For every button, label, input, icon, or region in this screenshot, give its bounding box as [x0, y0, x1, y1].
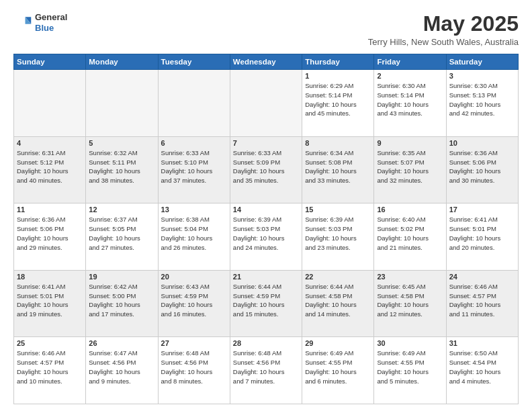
day-info: Sunrise: 6:40 AM Sunset: 5:02 PM Dayligh… — [377, 215, 443, 252]
day-info: Sunrise: 6:39 AM Sunset: 5:03 PM Dayligh… — [305, 215, 371, 252]
calendar-cell: 31Sunrise: 6:50 AM Sunset: 4:54 PM Dayli… — [446, 337, 518, 404]
calendar-week-4: 18Sunrise: 6:41 AM Sunset: 5:01 PM Dayli… — [14, 270, 519, 337]
calendar-cell: 7Sunrise: 6:33 AM Sunset: 5:09 PM Daylig… — [230, 136, 302, 203]
day-number: 10 — [449, 139, 515, 147]
day-info: Sunrise: 6:31 AM Sunset: 5:12 PM Dayligh… — [17, 148, 83, 185]
subtitle: Terry Hills, New South Wales, Australia — [368, 37, 519, 47]
day-number: 9 — [377, 139, 443, 147]
calendar-cell: 11Sunrise: 6:36 AM Sunset: 5:06 PM Dayli… — [14, 203, 86, 271]
day-number: 7 — [233, 139, 299, 147]
calendar-cell: 14Sunrise: 6:39 AM Sunset: 5:03 PM Dayli… — [230, 203, 302, 271]
day-info: Sunrise: 6:46 AM Sunset: 4:57 PM Dayligh… — [449, 282, 515, 319]
day-info: Sunrise: 6:33 AM Sunset: 5:10 PM Dayligh… — [161, 148, 227, 185]
calendar-table: SundayMondayTuesdayWednesdayThursdayFrid… — [13, 54, 519, 404]
day-info: Sunrise: 6:29 AM Sunset: 5:14 PM Dayligh… — [305, 81, 371, 118]
day-info: Sunrise: 6:48 AM Sunset: 4:56 PM Dayligh… — [233, 349, 299, 385]
title-block: May 2025 Terry Hills, New South Wales, A… — [368, 12, 519, 47]
calendar-cell: 24Sunrise: 6:46 AM Sunset: 4:57 PM Dayli… — [446, 270, 518, 337]
calendar-cell: 17Sunrise: 6:41 AM Sunset: 5:01 PM Dayli… — [446, 203, 518, 271]
calendar-cell: 29Sunrise: 6:49 AM Sunset: 4:55 PM Dayli… — [302, 337, 374, 404]
day-number: 19 — [89, 273, 154, 281]
day-info: Sunrise: 6:41 AM Sunset: 5:01 PM Dayligh… — [449, 215, 515, 252]
day-info: Sunrise: 6:32 AM Sunset: 5:11 PM Dayligh… — [89, 148, 154, 185]
logo-text: General Blue — [35, 12, 67, 33]
calendar-cell: 15Sunrise: 6:39 AM Sunset: 5:03 PM Dayli… — [302, 203, 374, 271]
calendar-cell: 30Sunrise: 6:49 AM Sunset: 4:55 PM Dayli… — [374, 337, 446, 404]
calendar-cell: 8Sunrise: 6:34 AM Sunset: 5:08 PM Daylig… — [302, 136, 374, 203]
calendar-cell: 1Sunrise: 6:29 AM Sunset: 5:14 PM Daylig… — [302, 70, 374, 137]
calendar-cell: 26Sunrise: 6:47 AM Sunset: 4:56 PM Dayli… — [86, 337, 158, 404]
logo-icon — [13, 13, 32, 32]
day-number: 30 — [377, 339, 443, 347]
calendar-cell: 3Sunrise: 6:30 AM Sunset: 5:13 PM Daylig… — [446, 70, 518, 137]
day-number: 4 — [17, 139, 83, 147]
day-info: Sunrise: 6:50 AM Sunset: 4:54 PM Dayligh… — [449, 349, 515, 385]
col-header-monday: Monday — [86, 54, 158, 70]
day-number: 18 — [17, 273, 83, 281]
day-number: 26 — [89, 339, 154, 347]
day-number: 1 — [305, 72, 371, 80]
day-number: 27 — [161, 339, 227, 347]
logo-blue-text: Blue — [35, 23, 67, 34]
day-info: Sunrise: 6:37 AM Sunset: 5:05 PM Dayligh… — [89, 215, 154, 252]
day-number: 25 — [17, 339, 83, 347]
day-info: Sunrise: 6:43 AM Sunset: 4:59 PM Dayligh… — [161, 282, 227, 319]
day-info: Sunrise: 6:36 AM Sunset: 5:06 PM Dayligh… — [449, 148, 515, 185]
day-number: 31 — [449, 339, 515, 347]
calendar-cell: 4Sunrise: 6:31 AM Sunset: 5:12 PM Daylig… — [14, 136, 86, 203]
day-number: 15 — [305, 205, 371, 214]
day-number: 8 — [305, 139, 371, 147]
calendar-cell: 18Sunrise: 6:41 AM Sunset: 5:01 PM Dayli… — [14, 270, 86, 337]
day-info: Sunrise: 6:49 AM Sunset: 4:55 PM Dayligh… — [377, 349, 443, 385]
day-info: Sunrise: 6:44 AM Sunset: 4:58 PM Dayligh… — [305, 282, 371, 319]
calendar-cell: 9Sunrise: 6:35 AM Sunset: 5:07 PM Daylig… — [374, 136, 446, 203]
col-header-saturday: Saturday — [446, 54, 518, 70]
col-header-thursday: Thursday — [302, 54, 374, 70]
day-info: Sunrise: 6:39 AM Sunset: 5:03 PM Dayligh… — [233, 215, 299, 252]
day-info: Sunrise: 6:33 AM Sunset: 5:09 PM Dayligh… — [233, 148, 299, 185]
day-number: 14 — [233, 205, 299, 214]
day-info: Sunrise: 6:38 AM Sunset: 5:04 PM Dayligh… — [161, 215, 227, 252]
day-number: 28 — [233, 339, 299, 347]
col-header-sunday: Sunday — [14, 54, 86, 70]
calendar-cell: 10Sunrise: 6:36 AM Sunset: 5:06 PM Dayli… — [446, 136, 518, 203]
calendar-cell: 16Sunrise: 6:40 AM Sunset: 5:02 PM Dayli… — [374, 203, 446, 271]
day-number: 5 — [89, 139, 154, 147]
day-number: 17 — [449, 205, 515, 214]
header: General Blue May 2025 Terry Hills, New S… — [13, 12, 519, 47]
calendar-cell: 5Sunrise: 6:32 AM Sunset: 5:11 PM Daylig… — [86, 136, 158, 203]
calendar-cell: 22Sunrise: 6:44 AM Sunset: 4:58 PM Dayli… — [302, 270, 374, 337]
calendar-cell: 25Sunrise: 6:46 AM Sunset: 4:57 PM Dayli… — [14, 337, 86, 404]
day-number: 23 — [377, 273, 443, 281]
day-info: Sunrise: 6:36 AM Sunset: 5:06 PM Dayligh… — [17, 215, 83, 252]
day-number: 13 — [161, 205, 227, 214]
col-header-tuesday: Tuesday — [158, 54, 230, 70]
calendar-cell — [158, 70, 230, 137]
calendar-week-3: 11Sunrise: 6:36 AM Sunset: 5:06 PM Dayli… — [14, 203, 519, 271]
day-number: 22 — [305, 273, 371, 281]
day-info: Sunrise: 6:35 AM Sunset: 5:07 PM Dayligh… — [377, 148, 443, 185]
calendar-cell: 13Sunrise: 6:38 AM Sunset: 5:04 PM Dayli… — [158, 203, 230, 271]
calendar-cell: 27Sunrise: 6:48 AM Sunset: 4:56 PM Dayli… — [158, 337, 230, 404]
calendar-week-1: 1Sunrise: 6:29 AM Sunset: 5:14 PM Daylig… — [14, 70, 519, 137]
calendar-cell: 6Sunrise: 6:33 AM Sunset: 5:10 PM Daylig… — [158, 136, 230, 203]
day-number: 16 — [377, 205, 443, 214]
day-info: Sunrise: 6:44 AM Sunset: 4:59 PM Dayligh… — [233, 282, 299, 319]
day-number: 21 — [233, 273, 299, 281]
calendar-header-row: SundayMondayTuesdayWednesdayThursdayFrid… — [14, 54, 519, 70]
day-info: Sunrise: 6:47 AM Sunset: 4:56 PM Dayligh… — [89, 349, 154, 385]
calendar-cell: 12Sunrise: 6:37 AM Sunset: 5:05 PM Dayli… — [86, 203, 158, 271]
day-info: Sunrise: 6:46 AM Sunset: 4:57 PM Dayligh… — [17, 349, 83, 385]
day-number: 6 — [161, 139, 227, 147]
day-info: Sunrise: 6:41 AM Sunset: 5:01 PM Dayligh… — [17, 282, 83, 319]
calendar-cell — [14, 70, 86, 137]
logo-general-text: General — [35, 12, 67, 23]
day-number: 20 — [161, 273, 227, 281]
day-info: Sunrise: 6:48 AM Sunset: 4:56 PM Dayligh… — [161, 349, 227, 385]
day-info: Sunrise: 6:30 AM Sunset: 5:14 PM Dayligh… — [377, 81, 443, 118]
calendar-cell: 28Sunrise: 6:48 AM Sunset: 4:56 PM Dayli… — [230, 337, 302, 404]
day-info: Sunrise: 6:49 AM Sunset: 4:55 PM Dayligh… — [305, 349, 371, 385]
day-number: 2 — [377, 72, 443, 80]
calendar-cell: 2Sunrise: 6:30 AM Sunset: 5:14 PM Daylig… — [374, 70, 446, 137]
day-number: 29 — [305, 339, 371, 347]
